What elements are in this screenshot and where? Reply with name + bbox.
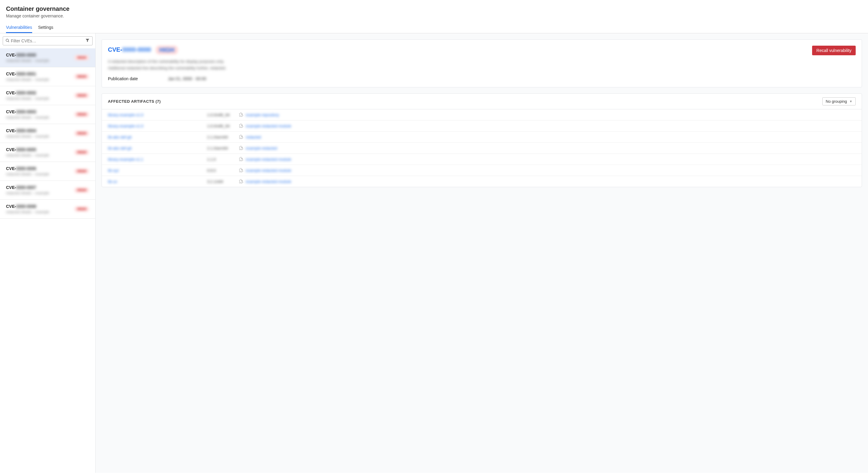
puzzle-icon [239, 179, 243, 184]
artifact-name: lib-xyz [108, 168, 207, 173]
cve-list-item[interactable]: CVE-0000-0005redacted details – exampleH… [0, 143, 95, 162]
puzzle-icon [239, 112, 243, 117]
artifact-link[interactable]: example-redacted [239, 146, 277, 150]
tab-settings[interactable]: Settings [38, 22, 54, 33]
artifact-row[interactable]: lib-abc-def-gh2.1.0/arm64example-redacte… [102, 143, 862, 154]
artifact-row[interactable]: lib-uv3.2.1/x64example-redacted-module [102, 176, 862, 187]
artifact-version: 2.1.0/arm64 [207, 146, 239, 150]
artifact-version: 1.1.0 [207, 157, 239, 162]
page-header: Container governance Manage container go… [0, 0, 868, 22]
artifact-name: lib-abc-def-gh [108, 146, 207, 150]
cve-list-item[interactable]: CVE-0000-0000redacted details – exampleH… [0, 48, 95, 67]
tab-bar: Vulnerabilities Settings [0, 22, 868, 33]
puzzle-icon [239, 168, 243, 173]
affected-artifacts-panel: AFFECTED ARTIFACTS (7) No grouping ▼ lib… [101, 93, 862, 187]
artifact-name: library-example-v1.1 [108, 157, 207, 162]
artifact-row[interactable]: lib-xyz0.9.0example-redacted-module [102, 165, 862, 176]
artifact-name: library-example-v1.0 [108, 113, 207, 117]
cve-list-item[interactable]: CVE-0000-0006redacted details – exampleH… [0, 162, 95, 181]
svg-point-0 [6, 39, 8, 41]
publication-date-value: Jan 01, 0000 · 00:00 [168, 76, 207, 81]
artifact-row[interactable]: library-example-v1.11.1.0example-redacte… [102, 154, 862, 165]
cve-list-item[interactable]: CVE-0000-0007redacted details – exampleH… [0, 181, 95, 200]
search-box[interactable] [3, 36, 93, 45]
severity-badge: HIGH [74, 74, 89, 79]
artifact-link[interactable]: redacted [239, 135, 261, 139]
cve-list: CVE-0000-0000redacted details – exampleH… [0, 48, 95, 473]
affected-artifacts-title: AFFECTED ARTIFACTS (7) [108, 99, 161, 104]
severity-badge: HIGH [74, 206, 89, 212]
severity-badge: HIGH [74, 93, 89, 98]
search-icon [5, 38, 10, 43]
cve-list-item[interactable]: CVE-0000-0002redacted details – exampleH… [0, 86, 95, 105]
artifact-link[interactable]: example-repository [239, 112, 279, 117]
artifact-link[interactable]: example-redacted-module [239, 179, 291, 184]
artifact-link[interactable]: example-redacted-module [239, 168, 291, 173]
search-input[interactable] [10, 38, 85, 44]
severity-badge: HIGH [74, 169, 89, 174]
artifact-version: 1.0.0/x86_64 [207, 113, 239, 117]
severity-badge: HIGH [74, 112, 89, 117]
artifact-link[interactable]: example-redacted-module [239, 157, 291, 162]
puzzle-icon [239, 135, 243, 139]
filter-icon[interactable] [85, 38, 90, 44]
puzzle-icon [239, 124, 243, 128]
artifact-version: 0.9.0 [207, 168, 239, 173]
artifact-name: lib-uv [108, 179, 207, 184]
page-subtitle: Manage container governance. [6, 13, 862, 18]
cve-detail-panel: CVE-0000-0000 HIGH Recall vulnerability … [101, 39, 862, 88]
svg-line-1 [8, 41, 9, 42]
artifact-name: library-example-v1.0 [108, 124, 207, 128]
cve-list-item[interactable]: CVE-0000-0004redacted details – exampleH… [0, 124, 95, 143]
puzzle-icon [239, 146, 243, 150]
cve-list-item[interactable]: CVE-0000-0003redacted details – exampleH… [0, 105, 95, 124]
grouping-select[interactable]: No grouping ▼ [822, 97, 856, 105]
publication-date-label: Publication date [108, 76, 138, 81]
page-title: Container governance [6, 5, 862, 12]
artifact-version: 3.2.1/x64 [207, 179, 239, 184]
main-content: CVE-0000-0000 HIGH Recall vulnerability … [96, 33, 868, 473]
chevron-down-icon: ▼ [849, 100, 852, 103]
cve-meta: Publication date Jan 01, 0000 · 00:00 [108, 76, 856, 81]
tab-vulnerabilities[interactable]: Vulnerabilities [6, 22, 32, 33]
artifact-row[interactable]: library-example-v1.01.0.0/x86_64example-… [102, 109, 862, 121]
puzzle-icon [239, 157, 243, 162]
severity-badge: HIGH [74, 149, 89, 155]
artifact-row[interactable]: library-example-v1.01.0.0/x86_64example-… [102, 121, 862, 132]
severity-badge: HIGH [74, 188, 89, 193]
cve-list-item[interactable]: CVE-0000-0001redacted details – exampleH… [0, 67, 95, 86]
severity-badge: HIGH [156, 46, 178, 55]
artifact-version: 1.0.0/x86_64 [207, 124, 239, 128]
severity-badge: HIGH [74, 55, 89, 60]
cve-list-item[interactable]: CVE-0000-0008redacted details – exampleH… [0, 200, 95, 219]
severity-badge: HIGH [74, 131, 89, 136]
artifact-row[interactable]: lib-abc-def-gh2.1.0/arm64redacted [102, 132, 862, 143]
recall-vulnerability-button[interactable]: Recall vulnerability [812, 46, 856, 55]
sidebar: CVE-0000-0000redacted details – exampleH… [0, 33, 96, 473]
cve-description: A redacted description of the vulnerabil… [108, 58, 856, 71]
artifact-name: lib-abc-def-gh [108, 135, 207, 139]
cve-detail-title: CVE-0000-0000 HIGH [108, 46, 178, 53]
artifact-version: 2.1.0/arm64 [207, 135, 239, 139]
artifact-link[interactable]: example-redacted-module [239, 124, 291, 128]
